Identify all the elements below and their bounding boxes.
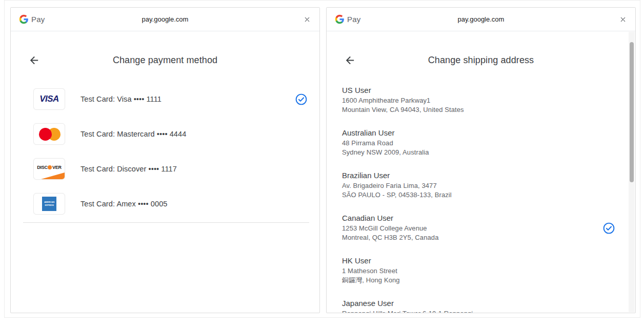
- payment-dialog-nav: Change payment method: [11, 44, 319, 77]
- origin-domain: pay.google.com: [11, 15, 319, 23]
- payment-method-list: VISA Test Card: Visa •••• 1111 Test Card…: [11, 82, 319, 221]
- mastercard-logo: [33, 123, 65, 145]
- shipping-address-list: US User 1600 Amphitheatre Parkway1 Mount…: [327, 86, 635, 313]
- amex-blue-square: AMERICAN EXPRESS: [42, 197, 56, 211]
- discover-orange-dot: [48, 165, 52, 169]
- discover-swoosh: [41, 173, 65, 179]
- address-name: Brazilian User: [342, 171, 615, 180]
- payment-option-mastercard[interactable]: Test Card: Mastercard •••• 4444: [33, 117, 307, 151]
- address-name: Australian User: [342, 128, 615, 137]
- address-line1: 48 Pirrama Road: [342, 139, 615, 148]
- visa-logo-text: VISA: [39, 94, 59, 104]
- google-g-icon: [335, 14, 345, 24]
- address-line2: Montreal, QC H3B 2Y5, Canada: [342, 233, 615, 242]
- google-g-icon: [19, 14, 29, 24]
- address-name: US User: [342, 86, 615, 94]
- gpay-logo: Pay: [19, 14, 45, 24]
- address-line1: 1 Matheson Street: [342, 266, 615, 276]
- scrollbar-thumb[interactable]: [630, 42, 634, 182]
- shipping-dialog-nav: Change shipping address: [327, 44, 635, 77]
- address-option-canada[interactable]: Canadian User 1253 McGill College Avenue…: [342, 214, 615, 242]
- close-button[interactable]: [303, 15, 311, 24]
- payment-method-dialog: Pay pay.google.com Change payment method…: [10, 7, 320, 313]
- list-divider: [23, 222, 309, 223]
- discover-logo-text: DISC VER: [37, 165, 62, 170]
- payment-option-label: Test Card: Discover •••• 1117: [80, 165, 177, 173]
- arrow-left-icon: [344, 54, 356, 66]
- address-line2: Sydney NSW 2009, Australia: [342, 148, 615, 157]
- address-line2: 銅鑼灣, Hong Kong: [342, 276, 615, 285]
- visa-logo: VISA: [33, 88, 65, 110]
- payment-option-label: Test Card: Amex •••• 0005: [80, 200, 168, 208]
- address-option-us[interactable]: US User 1600 Amphitheatre Parkway1 Mount…: [342, 86, 615, 114]
- gpay-logo-text: Pay: [31, 15, 45, 24]
- address-line2: Mountain View, CA 94043, United States: [342, 105, 615, 114]
- back-button[interactable]: [28, 54, 40, 66]
- payment-option-visa[interactable]: VISA Test Card: Visa •••• 1111: [33, 82, 307, 117]
- close-icon: [303, 15, 311, 24]
- close-button[interactable]: [619, 15, 627, 24]
- origin-domain: pay.google.com: [327, 15, 635, 23]
- address-line1: Av. Brigadeiro Faria Lima, 3477: [342, 181, 615, 190]
- payment-dialog-titlebar: Pay pay.google.com: [11, 8, 319, 31]
- check-circle-icon: [603, 222, 615, 234]
- address-line2: SÃO PAULO - SP, 04538-133, Brazil: [342, 190, 615, 200]
- payment-option-label: Test Card: Visa •••• 1111: [80, 95, 162, 103]
- mastercard-red-circle: [39, 128, 52, 141]
- gpay-logo-text: Pay: [347, 15, 360, 24]
- arrow-left-icon: [28, 54, 40, 66]
- scrollbar-track[interactable]: [629, 32, 635, 312]
- address-option-hk[interactable]: HK User 1 Matheson Street 銅鑼灣, Hong Kong: [342, 256, 615, 285]
- address-name: HK User: [342, 256, 615, 265]
- payment-option-amex[interactable]: AMERICAN EXPRESS Test Card: Amex •••• 00…: [33, 186, 307, 221]
- close-icon: [619, 15, 627, 24]
- address-option-brazil[interactable]: Brazilian User Av. Brigadeiro Faria Lima…: [342, 171, 615, 200]
- address-option-australia[interactable]: Australian User 48 Pirrama Road Sydney N…: [342, 128, 615, 157]
- address-option-japan[interactable]: Japanese User Roppongi Hills Mori Tower …: [342, 299, 615, 313]
- discover-logo: DISC VER: [33, 158, 65, 180]
- amex-logo: AMERICAN EXPRESS: [33, 193, 65, 215]
- dialog-title: Change payment method: [11, 55, 319, 66]
- address-line1: Roppongi Hills Mori Tower 6-10-1 Roppong…: [342, 309, 615, 313]
- shipping-address-dialog: Pay pay.google.com Change shipping addre…: [326, 7, 636, 313]
- address-line1: 1600 Amphitheatre Parkway1: [342, 96, 615, 105]
- check-circle-icon: [295, 93, 307, 105]
- back-button[interactable]: [344, 54, 356, 66]
- payment-option-discover[interactable]: DISC VER Test Card: Discover •••• 1117: [33, 151, 307, 186]
- address-name: Canadian User: [342, 214, 615, 222]
- dialog-title: Change shipping address: [327, 55, 635, 66]
- gpay-logo: Pay: [335, 14, 360, 24]
- payment-option-label: Test Card: Mastercard •••• 4444: [80, 130, 186, 138]
- address-line1: 1253 McGill College Avenue: [342, 224, 615, 233]
- shipping-dialog-titlebar: Pay pay.google.com: [327, 8, 635, 31]
- address-name: Japanese User: [342, 299, 615, 308]
